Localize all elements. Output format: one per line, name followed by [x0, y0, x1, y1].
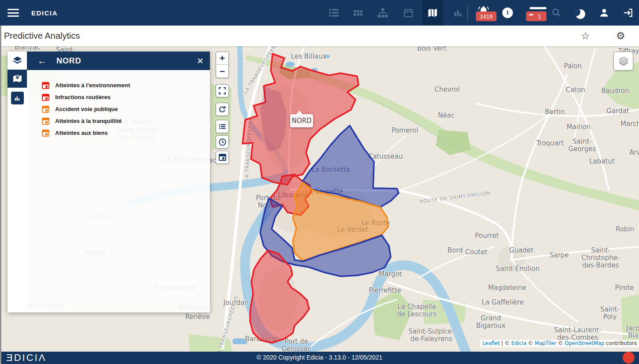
copyright-symbol: ©: [558, 340, 563, 346]
copyright-symbol: ©: [504, 340, 510, 346]
search-icon[interactable]: [550, 7, 563, 19]
calendar-icon: [42, 106, 49, 113]
maptiler-link[interactable]: MapTiler: [535, 340, 557, 346]
info-icon[interactable]: i: [501, 7, 514, 19]
rail-layers-tab[interactable]: [7, 52, 27, 70]
tasks-badge-count: 1: [538, 13, 541, 20]
tasks-badge[interactable]: 1: [526, 11, 546, 21]
date-filter-button[interactable]: [216, 151, 229, 164]
panel-item-label: Infractions routières: [55, 94, 111, 100]
leaflet-link[interactable]: Leaflet: [482, 340, 500, 346]
footer-copyright: © 2020 Copyright Edicia - 3.13.0 - 12/05…: [0, 354, 639, 361]
panel-item-list: Atteintes à l'environnementInfractions r…: [27, 70, 210, 312]
footer-status-dot[interactable]: [623, 352, 635, 364]
panel-header: ← NORD ✕: [27, 52, 210, 70]
settings-gear-icon[interactable]: ⚙: [616, 30, 625, 42]
attribution-separator: |: [501, 340, 503, 346]
zoom-out-button[interactable]: −: [216, 65, 228, 78]
panel-item-label: Atteintes aux biens: [55, 130, 108, 136]
list-view-icon[interactable]: [328, 7, 340, 19]
window-edge: [0, 26, 1, 364]
map-tab-active[interactable]: [422, 0, 443, 26]
calendar-icon: [42, 118, 49, 125]
panel-item-label: Atteintes à l'environnement: [55, 82, 130, 89]
top-navbar: EDICIA 2419 i: [0, 0, 639, 26]
panel-item[interactable]: Infractions routières: [42, 91, 210, 103]
map-icon: [426, 7, 439, 19]
chart-nav-icon[interactable]: [452, 7, 464, 19]
info-letter: i: [502, 7, 513, 18]
page-title: Predictive Analytics: [4, 31, 80, 41]
panel-item[interactable]: Atteintes à l'environnement: [42, 79, 210, 91]
calendar-nav-icon[interactable]: [402, 7, 415, 19]
calendar-icon: [219, 154, 226, 161]
rail-stats-tab[interactable]: [11, 92, 24, 104]
back-arrow-icon[interactable]: ←: [37, 56, 47, 66]
panel-item-label: Atteintes à la tranquillité: [55, 118, 122, 124]
tasks-icon[interactable]: [530, 7, 546, 9]
history-clock-button[interactable]: [216, 135, 229, 149]
page-title-bar: Predictive Analytics ☆ ⚙: [0, 26, 639, 46]
zoom-in-button[interactable]: +: [216, 52, 228, 65]
fullscreen-button[interactable]: [216, 84, 229, 97]
legend-list-button[interactable]: [216, 120, 229, 133]
rail-map-tab[interactable]: [7, 70, 27, 88]
zoom-control: + −: [216, 52, 229, 78]
calendar-icon: [42, 94, 49, 101]
panel-item[interactable]: Accident voie publique: [42, 103, 210, 115]
navbar-divider: [467, 5, 468, 21]
copyright-symbol: ©: [528, 340, 533, 346]
attribution-suffix: contributors: [606, 340, 637, 346]
app-window: EDICIA 2419 i: [0, 0, 639, 364]
calendar-icon: [42, 130, 49, 137]
hierarchy-icon[interactable]: [377, 7, 389, 19]
basemap-layers-button[interactable]: [613, 52, 633, 71]
zone-details-panel: ← NORD ✕ Atteintes à l'environnementInfr…: [7, 52, 210, 312]
osm-link[interactable]: OpenStreetMap: [564, 340, 604, 346]
dark-mode-icon[interactable]: [574, 8, 587, 20]
favorite-star-icon[interactable]: ☆: [581, 30, 590, 42]
tasks-badge-dash: [529, 14, 533, 15]
logout-icon[interactable]: [622, 7, 634, 19]
map-attribution: Leaflet | © Edicia © MapTiler © OpenStre…: [480, 340, 639, 347]
brand-title: EDICIA: [31, 0, 58, 26]
menu-icon[interactable]: [7, 7, 19, 18]
calendar-icon: [42, 82, 49, 89]
edicia-link[interactable]: Edicia: [511, 340, 526, 346]
alerts-badge[interactable]: 2419: [476, 11, 497, 21]
panel-title: NORD: [56, 56, 197, 66]
footer-bar: ƎDICIΛ © 2020 Copyright Edicia - 3.13.0 …: [0, 352, 639, 364]
user-icon[interactable]: [598, 7, 610, 19]
close-icon[interactable]: ✕: [197, 56, 204, 66]
refresh-button[interactable]: [216, 103, 229, 116]
grid-view-icon[interactable]: [352, 7, 364, 19]
panel-item-label: Accident voie publique: [55, 106, 118, 112]
panel-item[interactable]: Atteintes aux biens: [42, 127, 210, 139]
panel-item[interactable]: Atteintes à la tranquillité: [42, 115, 210, 127]
panel-rail: [7, 52, 27, 312]
